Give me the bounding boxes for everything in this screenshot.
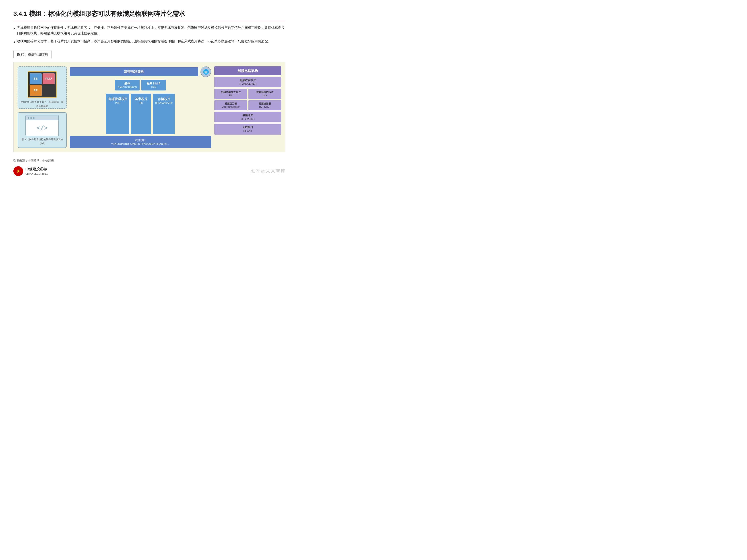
bullet-dot-2: • [14, 38, 15, 46]
pa-chip: 射频功率放大芯片 PA [214, 89, 247, 99]
bb-main-chips: 电源管理芯片 PMU 基带芯片 BB 存储芯片 DDR/NAND/MCP [70, 94, 211, 134]
rf-switch-main: 射频开关 [214, 113, 281, 117]
browser-dot-1 [28, 117, 29, 119]
chip-inner: BB PMU RF [28, 71, 57, 98]
rf-ant-sub: RF ANT [214, 129, 281, 133]
transceiver-sub: TRANSCEIVER [214, 82, 281, 86]
bb-sub: BB [133, 101, 149, 105]
browser-dot-2 [30, 117, 32, 119]
crystal-chip: 晶体 XTAL/TCXO/DCXO [115, 80, 140, 90]
logo-area: ⚡ 中信建投证券 CHINA SECURITIES [14, 166, 48, 176]
bullet-item-2: • 物联网的碎片化需求，基于芯片的开发技术门槛高，客户会选用标准的的模组，直接使… [14, 38, 285, 46]
browser-bar [26, 115, 58, 120]
globe-icon: 🌐 [201, 66, 211, 77]
browser-mock: </> [25, 115, 59, 136]
bb-main: 基带芯片 [133, 97, 149, 101]
crystal-main: 晶体 [118, 82, 137, 86]
rf-ant-chip: 天线接口 RF ANT [214, 124, 281, 134]
figure-label: 图25：通信模组结构 [14, 51, 52, 58]
storage-chip: 存储芯片 DDR/NAND/MCP [153, 94, 175, 134]
diagram-right: 射频电路架构 射频收发芯片 TRANSCEIVER 射频功率放大芯片 PA 射频… [214, 66, 281, 148]
transceiver-main: 射频收发芯片 [214, 78, 281, 82]
browser-dot-3 [33, 117, 34, 119]
chip-box: BB PMU RF 硬件PCBA包含基带芯片、射频电路、电源和屏蔽罩 [18, 66, 67, 109]
footer-source: 数据来源：中国移动，中信建投 [14, 158, 285, 163]
footer-bar: ⚡ 中信建投证券 CHINA SECURITIES 知乎@未来智库 [14, 166, 285, 176]
pmu-sub: PMU [108, 101, 127, 105]
lna-chip: 射频低噪放芯片 LNA [249, 89, 281, 99]
bullet-section: • 无线模组是物联网中的连接器件，无线模组将芯片、存储器、功放器件等集成在一块线… [14, 25, 285, 46]
rf-filter-chip: 射频滤波器 RE FILTER [249, 100, 281, 110]
bullet-item-1: • 无线模组是物联网中的连接器件，无线模组将芯片、存储器、功放器件等集成在一块线… [14, 25, 285, 36]
chip-blank [43, 85, 55, 96]
diagram-middle: 基带电路架构 🌐 晶体 XTAL/TCXO/DCXO 贴片SIM卡 eSIM 电… [67, 66, 214, 148]
esim-main: 贴片SIM卡 [144, 82, 163, 86]
storage-sub: DDR/NAND/MCP [155, 101, 173, 105]
bullet-text-1: 无线模组是物联网中的连接器件，无线模组将芯片、存储器、功放器件等集成在一块线路板… [17, 25, 285, 36]
chip-bb: BB [30, 73, 42, 84]
bullet-dot-1: • [14, 24, 15, 32]
logo-text: 中信建投证券 CHINA SECURITIES [25, 166, 48, 176]
browser-body: </> [26, 120, 58, 136]
rf-filter-sub: RE FILTER [249, 105, 280, 109]
page-title: 3.4.1 模组：标准化的模组形态可以有效满足物联网碎片化需求 [14, 9, 285, 21]
pa-sub: PA [215, 94, 246, 97]
chip-caption: 硬件PCBA包含基带芯片、射频电路、电源和屏蔽罩 [20, 100, 64, 108]
duplexer-chip: 射频双工器 Duplexer/Diplexer [214, 100, 247, 110]
diagram-container: BB PMU RF 硬件PCBA包含基带芯片、射频电路、电源和屏蔽罩 </> 嵌… [14, 62, 285, 152]
rf-switch-sub: RF SWITCH [214, 117, 281, 121]
logo-text-en: CHINA SECURITIES [25, 172, 48, 176]
lna-main: 射频低噪放芯片 [249, 90, 280, 94]
esim-sub: eSIM [144, 86, 163, 89]
bb-chip: 基带芯片 BB [131, 94, 151, 134]
rf-pa-lna-row: 射频功率放大芯片 PA 射频低噪放芯片 LNA [214, 89, 281, 99]
rf-filter-main: 射频滤波器 [249, 102, 280, 105]
esim-chip: 贴片SIM卡 eSIM [141, 80, 166, 90]
lna-sub: LNA [249, 94, 280, 97]
software-box: </> 嵌入式软件包含运行的软件环境以及协议栈 [18, 112, 67, 148]
rf-ant-main: 天线接口 [214, 126, 281, 129]
pa-main: 射频功率放大芯片 [215, 90, 246, 94]
storage-main: 存储芯片 [155, 97, 173, 101]
hw-interface-sub: VBAT/CONTROL/UART/SPI/I2C/USB/PCIE/AUDIO… [71, 142, 210, 146]
chip-pmu: PMU [43, 73, 55, 84]
rf-switch-chip: 射频开关 RF SWITCH [214, 112, 281, 122]
pmu-chip: 电源管理芯片 PMU [106, 94, 129, 134]
duplexer-sub: Duplexer/Diplexer [215, 105, 246, 109]
baseband-chips-row: 晶体 XTAL/TCXO/DCXO 贴片SIM卡 eSIM [70, 80, 211, 90]
pmu-main: 电源管理芯片 [108, 97, 127, 101]
baseband-title: 基带电路架构 [70, 67, 198, 76]
hw-interface-main: 硬件接口 [71, 138, 210, 142]
diagram-left: BB PMU RF 硬件PCBA包含基带芯片、射频电路、电源和屏蔽罩 </> 嵌… [18, 66, 67, 148]
hw-interface: 硬件接口 VBAT/CONTROL/UART/SPI/I2C/USB/PCIE/… [70, 136, 211, 148]
logo-icon: ⚡ [14, 166, 23, 176]
rf-title: 射频电路架构 [214, 66, 281, 75]
bullet-text-2: 物联网的碎片化需求，基于芯片的开发技术门槛高，客户会选用标准的的模组，直接使用模… [17, 38, 271, 44]
duplexer-main: 射频双工器 [215, 102, 246, 105]
transceiver-chip: 射频收发芯片 TRANSCEIVER [214, 77, 281, 87]
watermark: 知乎@未来智库 [251, 167, 285, 175]
logo-text-cn: 中信建投证券 [25, 166, 48, 172]
rf-dup-filter-row: 射频双工器 Duplexer/Diplexer 射频滤波器 RE FILTER [214, 100, 281, 110]
chip-rf: RF [30, 85, 42, 96]
crystal-sub: XTAL/TCXO/DCXO [118, 86, 137, 89]
sw-caption: 嵌入式软件包含运行的软件环境以及协议栈 [20, 137, 64, 145]
